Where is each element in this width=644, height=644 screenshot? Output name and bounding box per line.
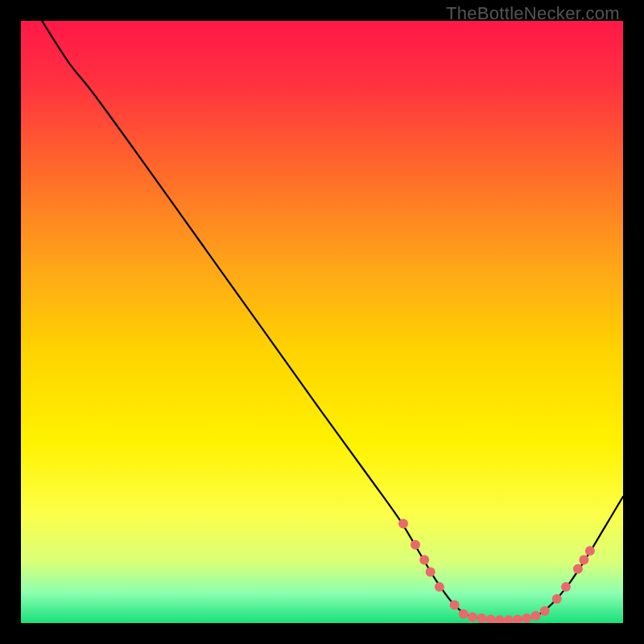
marker-point (435, 582, 444, 592)
chart-svg (21, 21, 623, 623)
marker-point (579, 555, 588, 564)
marker-point (459, 609, 469, 619)
marker-point (522, 613, 531, 623)
chart-frame: TheBottleNecker.com (0, 0, 644, 644)
gradient-background (21, 21, 623, 623)
marker-point (531, 611, 541, 621)
marker-point (419, 555, 429, 564)
marker-point (426, 567, 436, 576)
marker-point (540, 606, 550, 616)
marker-point (573, 564, 583, 574)
marker-point (552, 594, 562, 604)
marker-point (561, 582, 571, 592)
plot-area (21, 21, 623, 623)
marker-point (468, 613, 477, 622)
marker-point (411, 540, 420, 550)
marker-point (450, 601, 460, 610)
marker-point (585, 546, 595, 555)
marker-point (398, 519, 408, 529)
marker-point (477, 613, 486, 623)
